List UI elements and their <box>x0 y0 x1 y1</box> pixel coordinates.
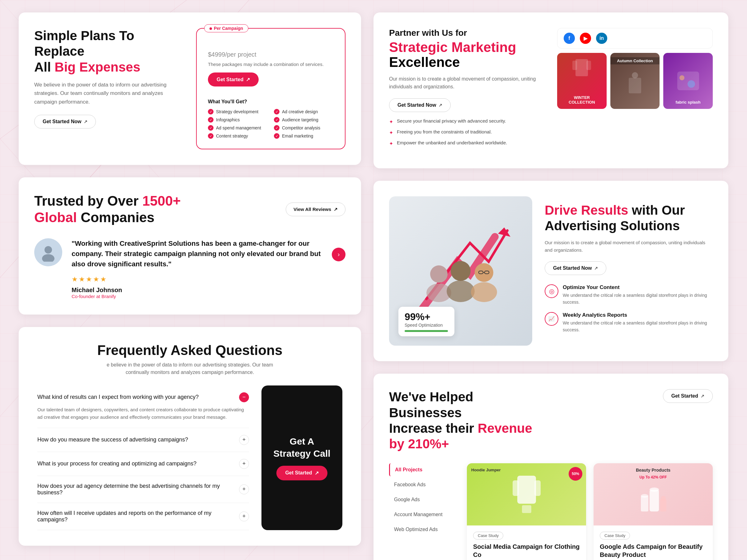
bullet-2: ✦ Freeing you from the constraints of tr… <box>389 129 545 136</box>
speed-bar <box>405 330 448 332</box>
svg-point-25 <box>471 282 497 302</box>
faq-item-4: How does your ad agency determine the be… <box>37 476 249 503</box>
portfolio-cta-button[interactable]: Get Started ↗ <box>663 389 713 403</box>
image-panels: WINTERCOLLECTION Autumn Collection <box>557 53 713 109</box>
svg-rect-31 <box>535 480 541 496</box>
svg-rect-30 <box>513 480 519 496</box>
speed-fill <box>405 330 448 332</box>
testimonial-body: "Working with CreativeSprint Solutions h… <box>34 238 345 299</box>
faq-item-2: How do you measure the success of advert… <box>37 428 249 452</box>
next-testimonial-button[interactable]: › <box>332 248 345 261</box>
nav-all-projects[interactable]: All Projects <box>389 463 458 476</box>
feature-strategy: ✓ Strategy development <box>208 109 268 114</box>
faq-toggle-1[interactable]: − <box>239 392 249 402</box>
pricing-cta-button[interactable]: Get Started Now ↗ <box>34 115 96 129</box>
service-desc-1: We understand the critical role a seamle… <box>563 292 713 306</box>
service-item-1: ◎ Optimize Your Content We understand th… <box>545 284 713 306</box>
case-study-badge-1: Case Study <box>473 532 503 539</box>
panel-fabric-label: fabric splash <box>663 100 713 105</box>
pricing-left: Simple Plans To Replace All Big Expenses… <box>34 28 184 129</box>
faq-toggle-3[interactable]: + <box>239 459 249 469</box>
linkedin-icon: in <box>596 33 607 44</box>
nav-web-ads[interactable]: Web Optimized Ads <box>389 523 458 536</box>
right-column: Partner with Us for Strategic Marketing … <box>374 12 728 560</box>
feature-email: ✓ Email marketing <box>274 133 334 139</box>
faq-item-header-2[interactable]: How do you measure the success of advert… <box>37 435 249 445</box>
check-icon-3: ✓ <box>208 117 213 123</box>
service-text-1: Optimize Your Content We understand the … <box>563 284 713 306</box>
drive-text: Drive Results with Our Advertising Solut… <box>545 196 713 346</box>
svg-point-38 <box>661 496 666 501</box>
portfolio-img-2: Beauty Products Up To 42% OFF <box>594 463 713 526</box>
svg-point-22 <box>451 261 471 281</box>
view-all-reviews-button[interactable]: View All Reviews ↗ <box>286 203 345 216</box>
facebook-icon: f <box>564 33 575 44</box>
faq-item-header-4[interactable]: How does your ad agency determine the be… <box>37 483 249 496</box>
left-column: Simple Plans To Replace All Big Expenses… <box>19 12 361 560</box>
drive-results-card: 99%+ Speed Optimization Drive Results wi… <box>374 181 728 361</box>
svg-rect-29 <box>517 476 536 504</box>
faq-toggle-4[interactable]: + <box>239 484 249 495</box>
services-list: ◎ Optimize Your Content We understand th… <box>545 284 713 334</box>
partner-cta-button[interactable]: Get Started Now ↗ <box>389 98 451 112</box>
price-desc: These packages may include a combination… <box>208 61 334 67</box>
faq-toggle-2[interactable]: + <box>239 435 249 445</box>
drive-cta-button[interactable]: Get Started Now ↗ <box>545 261 606 275</box>
avatar <box>34 238 62 266</box>
faq-card: Frequently Asked Questions e believe in … <box>19 327 361 546</box>
svg-rect-32 <box>522 505 531 513</box>
portfolio-card-body-1: Case Study Social Media Campaign for Clo… <box>467 526 586 560</box>
bullet-3: ✦ Empower the unbanked and underbanked w… <box>389 140 545 146</box>
svg-point-36 <box>650 487 659 492</box>
faq-item-header-3[interactable]: What is your process for creating and op… <box>37 459 249 469</box>
svg-rect-11 <box>575 59 588 76</box>
svg-rect-13 <box>586 61 591 70</box>
partner-bullets: ✦ Secure your financial privacy with adv… <box>389 118 545 146</box>
speed-number: 99%+ <box>405 311 448 323</box>
check-icon-5: ✓ <box>208 125 213 131</box>
drive-desc: Our mission is to create a global moveme… <box>545 239 713 254</box>
service-text-2: Weekly Analytics Reports We understand t… <box>563 312 713 334</box>
faq-toggle-5[interactable]: + <box>239 511 249 522</box>
partner-eyebrow: Partner with Us for <box>389 28 545 38</box>
youtube-icon: ▶ <box>580 33 591 44</box>
panel-autumn: Autumn Collection <box>610 53 660 109</box>
nav-account-mgmt[interactable]: Account Management <box>389 508 458 521</box>
speed-badge: 99%+ Speed Optimization <box>398 307 455 336</box>
strategy-cta-button[interactable]: Get Started ↗ <box>276 466 327 480</box>
testimonial-quote: "Working with CreativeSprint Solutions h… <box>72 238 323 269</box>
service-title-2: Weekly Analytics Reports <box>563 312 713 318</box>
portfolio-card: We've Helped BusinessesIncrease their Re… <box>374 374 728 560</box>
portfolio-title-2: Google Ads Campaign for Beautify Beauty … <box>600 542 706 559</box>
get-started-button[interactable]: Get Started ↗ <box>208 73 259 86</box>
pricing-heading: Simple Plans To Replace All Big Expenses <box>34 28 184 75</box>
svg-rect-35 <box>650 490 659 511</box>
drive-results-section: 99%+ Speed Optimization Drive Results wi… <box>389 196 713 346</box>
optimize-icon: ◎ <box>545 284 558 298</box>
faq-answer-1: Our talented team of designers, copywrit… <box>37 406 249 421</box>
pricing-desc: We believe in the power of data to infor… <box>34 81 184 106</box>
portfolio-header: We've Helped BusinessesIncrease their Re… <box>389 389 713 452</box>
autumn-label: Autumn Collection <box>610 57 660 64</box>
portfolio-card-body-2: Case Study Google Ads Campaign for Beaut… <box>594 526 713 560</box>
nav-google-ads[interactable]: Google Ads <box>389 493 458 506</box>
testimonials-header: Trusted by Over 1500+Global Companies Vi… <box>34 193 345 226</box>
case-study-badge-2: Case Study <box>600 532 630 539</box>
svg-point-23 <box>447 280 475 302</box>
panel-autumn-inner: Autumn Collection <box>610 53 660 109</box>
faq-desc: e believe in the power of data to inform… <box>97 361 283 376</box>
nav-facebook-ads[interactable]: Facebook Ads <box>389 478 458 491</box>
panel-fabric: fabric splash <box>663 53 713 109</box>
portfolio-content: All Projects Facebook Ads Google Ads Acc… <box>389 463 713 560</box>
faq-item-5: How often will I receive updates and rep… <box>37 503 249 530</box>
portfolio-title-1: Social Media Campaign for Clothing Co <box>473 542 580 559</box>
plan-badge: Per Campaign <box>204 24 248 32</box>
faq-item-header-1[interactable]: What kind of results can I expect from w… <box>37 392 249 402</box>
feature-content: ✓ Content strategy <box>208 133 268 139</box>
testimonials-heading: Trusted by Over 1500+Global Companies <box>34 193 181 226</box>
svg-point-9 <box>45 246 52 254</box>
drive-heading: Drive Results with Our Advertising Solut… <box>545 203 713 234</box>
pricing-card: Simple Plans To Replace All Big Expenses… <box>19 12 361 165</box>
faq-item-header-5[interactable]: How often will I receive updates and rep… <box>37 510 249 523</box>
portfolio-card-1: 50% Hoodie Jumper Case Study Social Medi… <box>467 463 586 560</box>
